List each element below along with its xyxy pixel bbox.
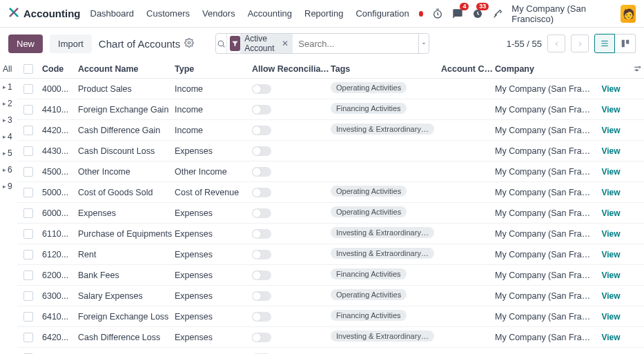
reconciliation-toggle[interactable] xyxy=(252,167,271,177)
table-row[interactable]: 6300...Salary ExpensesExpensesOperating … xyxy=(17,286,644,306)
cell-code[interactable]: 4420... xyxy=(39,126,78,135)
search-input[interactable] xyxy=(294,34,418,53)
cell-code[interactable]: 5000... xyxy=(39,188,78,197)
header-tags[interactable]: Tags xyxy=(331,64,441,74)
table-row[interactable]: 4410...Foreign Exchange GainIncomeFinanc… xyxy=(17,99,644,120)
cell-company[interactable]: My Company (San Franci... xyxy=(495,291,592,301)
user-avatar[interactable]: 🧑 xyxy=(621,5,636,23)
nav-link-customers[interactable]: Customers xyxy=(146,8,190,19)
header-name[interactable]: Account Name xyxy=(78,64,175,74)
filter-chip-remove-icon[interactable]: ✕ xyxy=(282,39,289,48)
row-checkbox[interactable] xyxy=(23,167,33,177)
cell-type[interactable]: Income xyxy=(175,126,252,135)
nav-link-configuration[interactable]: Configuration xyxy=(355,8,409,19)
cell-company[interactable]: My Company (San Franci... xyxy=(495,312,592,322)
table-row[interactable]: 6000...ExpensesExpensesOperating Activit… xyxy=(17,203,644,224)
app-logo[interactable]: Accounting xyxy=(8,7,81,20)
cell-name[interactable]: Foreign Exchange Loss xyxy=(78,312,175,322)
cell-tags[interactable]: Investing & Extraordinary Ac xyxy=(331,124,441,137)
cell-type[interactable]: Expenses xyxy=(175,229,252,239)
header-currency[interactable]: Account Curren... xyxy=(441,64,495,74)
reconciliation-toggle[interactable] xyxy=(252,333,271,342)
cell-code[interactable]: 4500... xyxy=(39,167,78,177)
table-row[interactable]: 6200...Bank FeesExpensesFinancing Activi… xyxy=(17,265,644,286)
kanban-view-button[interactable] xyxy=(615,34,636,53)
cell-code[interactable]: 6420... xyxy=(39,333,78,342)
table-row[interactable]: 5000...Cost of Goods SoldCost of Revenue… xyxy=(17,182,644,203)
header-company[interactable]: Company xyxy=(495,64,592,74)
reconciliation-toggle[interactable] xyxy=(252,291,271,301)
row-checkbox[interactable] xyxy=(23,208,33,218)
cell-company[interactable]: My Company (San Franci... xyxy=(495,167,592,177)
tag-chip[interactable]: Operating Activities xyxy=(331,186,407,197)
row-checkbox[interactable] xyxy=(23,271,33,280)
nav-link-reporting[interactable]: Reporting xyxy=(304,8,343,19)
select-all-checkbox[interactable] xyxy=(23,64,33,74)
cell-name[interactable]: Expenses xyxy=(78,208,175,218)
sidebar-group-2[interactable]: ▸2 xyxy=(0,95,17,112)
tag-chip[interactable]: Financing Activities xyxy=(331,310,407,321)
cell-company[interactable]: My Company (San Franci... xyxy=(495,229,592,239)
list-view-button[interactable] xyxy=(594,34,615,53)
view-link[interactable]: View xyxy=(601,167,620,177)
pager-prev-button[interactable] xyxy=(547,35,565,52)
row-checkbox[interactable] xyxy=(23,188,33,197)
table-row[interactable]: 6110...Purchase of EquipmentsExpensesInv… xyxy=(17,224,644,244)
view-link[interactable]: View xyxy=(601,105,620,115)
gear-icon[interactable] xyxy=(184,38,194,50)
cell-name[interactable]: Cost of Goods Sold xyxy=(78,188,175,197)
row-checkbox[interactable] xyxy=(23,126,33,135)
import-button[interactable]: Import xyxy=(50,35,92,53)
cell-company[interactable]: My Company (San Franci... xyxy=(495,126,592,135)
tag-chip[interactable]: Investing & Extraordinary Ac xyxy=(331,248,434,259)
cell-type[interactable]: Expenses xyxy=(175,333,252,342)
cell-tags[interactable]: Investing & Extraordinary Ac xyxy=(331,227,441,240)
cell-name[interactable]: Cash Difference Loss xyxy=(78,333,175,342)
reconciliation-toggle[interactable] xyxy=(252,126,271,135)
reconciliation-toggle[interactable] xyxy=(252,188,271,197)
view-link[interactable]: View xyxy=(601,333,620,342)
cell-code[interactable]: 6200... xyxy=(39,271,78,280)
tag-chip[interactable]: Investing & Extraordinary Ac xyxy=(331,227,434,238)
header-type[interactable]: Type xyxy=(175,64,252,74)
view-link[interactable]: View xyxy=(601,208,620,218)
reconciliation-toggle[interactable] xyxy=(252,208,271,218)
reconciliation-toggle[interactable] xyxy=(252,146,271,156)
cell-company[interactable]: My Company (San Franci... xyxy=(495,333,592,342)
cell-type[interactable]: Cost of Revenue xyxy=(175,188,252,197)
cell-tags[interactable]: Investing & Extraordinary Ac xyxy=(331,248,441,261)
header-reconciliation[interactable]: Allow Reconciliati... xyxy=(252,64,331,74)
cell-type[interactable]: Income xyxy=(175,84,252,94)
table-row[interactable]: 4500...Other IncomeOther IncomeMy Compan… xyxy=(17,161,644,182)
activities-icon[interactable]: 33 xyxy=(471,7,483,21)
cell-company[interactable]: My Company (San Franci... xyxy=(495,84,592,94)
row-checkbox[interactable] xyxy=(23,105,33,115)
reconciliation-toggle[interactable] xyxy=(252,84,271,94)
view-link[interactable]: View xyxy=(601,271,620,280)
cell-type[interactable]: Expenses xyxy=(175,146,252,156)
cell-company[interactable]: My Company (San Franci... xyxy=(495,271,592,280)
cell-name[interactable]: Bank Fees xyxy=(78,271,175,280)
cell-code[interactable]: 4000... xyxy=(39,84,78,94)
cell-name[interactable]: Foreign Exchange Gain xyxy=(78,105,175,115)
cell-tags[interactable]: Operating Activities xyxy=(331,82,441,95)
cell-company[interactable]: My Company (San Franci... xyxy=(495,250,592,259)
reconciliation-toggle[interactable] xyxy=(252,312,271,322)
sidebar-group-6[interactable]: ▸6 xyxy=(0,161,17,178)
cell-company[interactable]: My Company (San Franci... xyxy=(495,146,592,156)
cell-tags[interactable]: Operating Activities xyxy=(331,206,441,219)
view-link[interactable]: View xyxy=(601,126,620,135)
table-row[interactable]: 4420...Cash Difference GainIncomeInvesti… xyxy=(17,120,644,141)
cell-tags[interactable]: Operating Activities xyxy=(331,186,441,199)
timer-icon[interactable] xyxy=(431,7,443,21)
table-row[interactable]: 4430...Cash Discount LossExpensesMy Comp… xyxy=(17,141,644,161)
cell-code[interactable]: 6300... xyxy=(39,291,78,301)
table-row[interactable]: 6120...RentExpensesInvesting & Extraordi… xyxy=(17,244,644,265)
cell-type[interactable]: Expenses xyxy=(175,250,252,259)
cell-code[interactable]: 6410... xyxy=(39,312,78,322)
cell-type[interactable]: Expenses xyxy=(175,291,252,301)
tag-chip[interactable]: Operating Activities xyxy=(331,206,407,217)
view-link[interactable]: View xyxy=(601,291,620,301)
column-options-icon[interactable] xyxy=(630,64,644,73)
record-indicator-icon[interactable] xyxy=(419,11,424,17)
